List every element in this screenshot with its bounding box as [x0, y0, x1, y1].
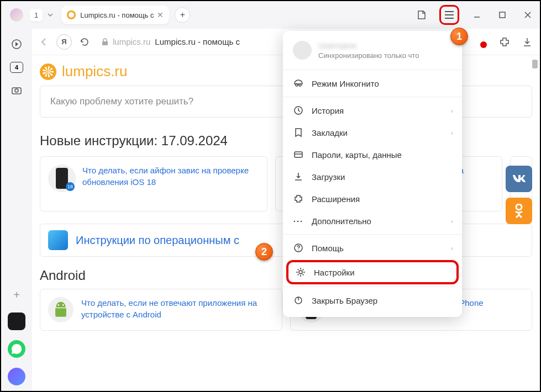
menu-divider [283, 97, 462, 97]
chevron-right-icon: › [451, 129, 453, 137]
menu-more[interactable]: ··· Дополнительно › [283, 210, 462, 232]
menu-incognito[interactable]: Режим Инкогнито [283, 72, 462, 94]
sidebar-app-1[interactable] [8, 312, 25, 330]
chevron-right-icon: › [451, 244, 453, 252]
svg-point-9 [296, 84, 298, 86]
menu-divider [283, 70, 462, 70]
menu-sync-status: Синхронизировано только что [318, 51, 419, 60]
bookmark-icon [293, 127, 304, 138]
card-link[interactable]: Что делать, если айфон завис на проверке… [82, 165, 259, 203]
sidebar-add-icon[interactable]: + [9, 287, 24, 303]
tab-close-icon[interactable]: ✕ [157, 10, 164, 19]
power-icon [293, 295, 304, 306]
os-link[interactable]: Инструкции по операционным с [76, 234, 239, 247]
callout-2: 2 [255, 243, 273, 261]
callout-1: 1 [450, 28, 468, 45]
vk-button[interactable] [506, 166, 532, 192]
window-close-icon[interactable] [520, 7, 535, 23]
svg-point-2 [480, 41, 487, 48]
menu-label: Режим Инкогнито [312, 79, 379, 88]
menu-bookmarks[interactable]: Закладки › [283, 121, 462, 144]
chevron-right-icon: › [451, 107, 453, 115]
tab-count[interactable]: 1 [30, 9, 43, 22]
incognito-icon [293, 78, 304, 89]
column-android: Android Что делать, если не отвечают при… [40, 268, 282, 331]
address-domain: lumpics.ru [113, 37, 150, 46]
reload-button[interactable] [80, 37, 90, 47]
scrollbar-thumb[interactable] [532, 60, 538, 68]
window-maximize-icon[interactable] [495, 7, 510, 23]
help-icon [293, 242, 304, 253]
tab-dropdown-chevron[interactable] [45, 9, 56, 20]
more-icon: ··· [293, 215, 304, 226]
window-minimize-icon[interactable] [469, 7, 485, 23]
menu-settings-highlight: Настройки [286, 260, 459, 284]
tab-favicon [67, 10, 76, 19]
menu-close-browser[interactable]: Закрыть Браузер [283, 289, 462, 311]
svg-rect-1 [102, 41, 108, 45]
svg-point-14 [298, 250, 299, 251]
address-page-title: Lumpics.ru - помощь с [155, 37, 240, 46]
menu-label: Закладки [312, 128, 348, 137]
sidebar-screenshot-icon[interactable] [9, 83, 24, 98]
menu-extensions[interactable]: Расширения [283, 188, 462, 210]
menu-label: Расширения [312, 194, 360, 204]
menu-downloads[interactable]: Загрузки [283, 166, 462, 188]
svg-point-15 [299, 271, 302, 274]
gear-icon [295, 267, 306, 278]
download-icon [293, 171, 304, 182]
menu-passwords[interactable]: Пароли, карты, данные [283, 144, 462, 166]
puzzle-icon [293, 193, 304, 204]
left-sidebar: 4 + [1, 29, 32, 391]
main-menu-button[interactable] [439, 5, 459, 25]
menu-label: Пароли, карты, данные [312, 150, 402, 160]
menu-divider [283, 234, 462, 235]
menu-profile[interactable]: Username Синхронизировано только что [283, 38, 462, 67]
ok-button[interactable] [506, 198, 532, 224]
protect-shield-icon[interactable] [475, 36, 487, 48]
svg-rect-12 [295, 152, 302, 157]
new-tab-button[interactable]: + [175, 7, 190, 23]
menu-label: Загрузки [312, 172, 345, 182]
sidebar-play-icon[interactable] [9, 36, 24, 52]
site-logo[interactable] [40, 63, 56, 80]
site-name[interactable]: lumpics.ru [62, 63, 127, 80]
sidebar-alice-icon[interactable] [8, 368, 25, 385]
extensions-icon[interactable] [499, 36, 510, 47]
menu-settings[interactable]: Настройки [288, 262, 456, 282]
android-icon [48, 297, 73, 322]
lock-icon [102, 38, 108, 46]
menu-divider [283, 287, 462, 287]
history-icon [293, 105, 304, 116]
menu-profile-name: Username [318, 41, 419, 50]
downloads-icon[interactable] [522, 37, 532, 47]
menu-history[interactable]: История › [283, 99, 462, 121]
menu-avatar [293, 41, 312, 60]
titlebar: 1 Lumpics.ru - помощь с ✕ + [1, 1, 540, 29]
menu-label: Закрыть Браузер [312, 296, 377, 305]
svg-point-8 [516, 204, 522, 210]
card-link[interactable]: Что делать, если не отвечают приложения … [81, 297, 274, 320]
tab-title: Lumpics.ru - помощь с [80, 11, 154, 19]
back-button[interactable] [40, 38, 49, 46]
menu-label: Дополнительно [312, 216, 371, 226]
card-icon [293, 149, 304, 160]
yandex-home-button[interactable]: Я [56, 34, 72, 50]
favorites-icon[interactable] [414, 7, 429, 23]
menu-label: Помощь [312, 243, 344, 253]
svg-point-10 [299, 84, 301, 86]
card-icon-iphone: 18 [48, 165, 76, 192]
column-title: Android [40, 268, 282, 283]
menu-label: История [312, 106, 344, 115]
profile-avatar[interactable] [10, 8, 23, 22]
menu-help[interactable]: Помощь › [283, 237, 462, 259]
article-card[interactable]: Что делать, если не отвечают приложения … [40, 289, 282, 331]
browser-tab[interactable]: Lumpics.ru - помощь с ✕ [61, 6, 169, 24]
sidebar-count-badge[interactable]: 4 [10, 62, 23, 73]
sidebar-whatsapp-icon[interactable] [8, 340, 25, 358]
svg-rect-0 [500, 12, 505, 18]
menu-label: Настройки [314, 268, 355, 277]
article-card[interactable]: 18 Что делать, если айфон завис на прове… [40, 156, 267, 211]
svg-point-5 [15, 89, 18, 92]
main-menu-dropdown: Username Синхронизировано только что Реж… [283, 31, 462, 317]
